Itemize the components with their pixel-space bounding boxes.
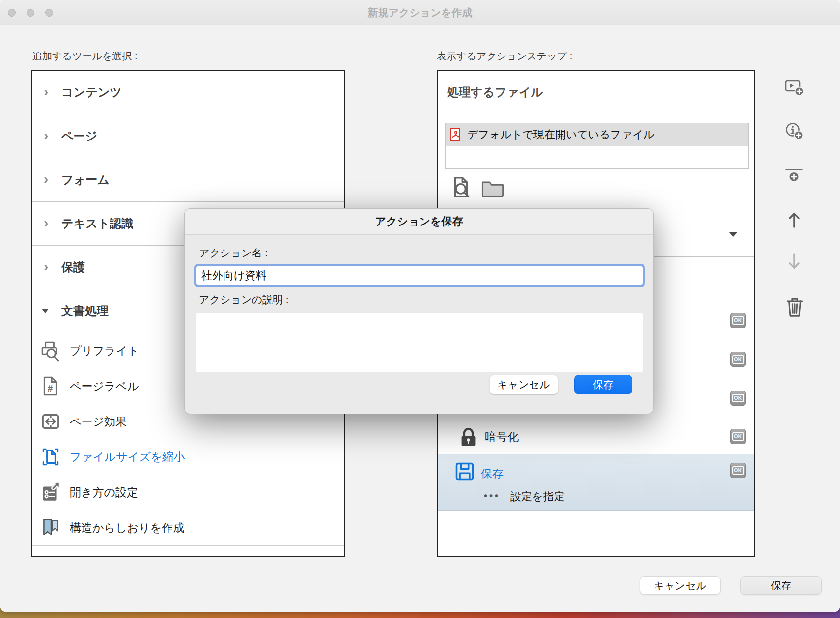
reduce-file-size-icon bbox=[39, 446, 62, 468]
lock-icon bbox=[457, 425, 480, 448]
chevron-right-icon: › bbox=[44, 260, 48, 274]
right-panel-label: 表示するアクションステップ : bbox=[437, 50, 572, 63]
chevron-down-icon[interactable] bbox=[729, 232, 738, 237]
step-label: 暗号化 bbox=[485, 429, 519, 445]
category-row-pages[interactable]: › ページ bbox=[32, 114, 344, 158]
dialog-title: アクションを保存 bbox=[375, 214, 463, 229]
ok-badge-label: OK bbox=[732, 466, 744, 475]
category-label: 文書処理 bbox=[61, 303, 109, 319]
category-label: 保護 bbox=[61, 259, 85, 275]
ok-dialog-badge[interactable]: OK bbox=[730, 463, 746, 478]
tool-label: 開き方の設定 bbox=[70, 485, 138, 500]
category-label: ページ bbox=[61, 128, 97, 144]
save-floppy-icon bbox=[454, 461, 476, 482]
steps-heading: 処理するファイル bbox=[447, 71, 742, 114]
tool-label: プリフライト bbox=[70, 343, 139, 359]
action-name-input[interactable] bbox=[196, 266, 643, 285]
insert-divider-icon[interactable] bbox=[784, 166, 804, 186]
category-row-content[interactable]: › コンテンツ bbox=[32, 71, 344, 114]
chevron-right-icon: › bbox=[44, 85, 48, 99]
ok-dialog-badge[interactable]: OK bbox=[730, 352, 746, 367]
dialog-save-button[interactable]: 保存 bbox=[574, 375, 632, 394]
preflight-icon bbox=[39, 339, 62, 362]
page-label-icon: # bbox=[39, 375, 62, 397]
category-label: テキスト認識 bbox=[61, 216, 133, 231]
preview-files-icon[interactable] bbox=[449, 175, 474, 200]
chevron-right-icon: › bbox=[44, 172, 48, 186]
tool-item-open-options[interactable]: 開き方の設定 bbox=[32, 475, 344, 510]
tool-label: 構造からしおりを作成 bbox=[70, 520, 184, 535]
move-up-icon[interactable] bbox=[784, 210, 804, 229]
dialog-header: アクションを保存 bbox=[185, 209, 653, 235]
step-row-save-selected[interactable]: 保存 OK ••• 設定を指定 bbox=[438, 454, 754, 511]
divider bbox=[438, 114, 754, 114]
window-title: 新規アクションを作成 bbox=[0, 0, 840, 25]
chevron-right-icon: › bbox=[44, 216, 48, 230]
window-titlebar: 新規アクションを作成 bbox=[0, 0, 840, 25]
bookmarks-from-structure-icon bbox=[39, 516, 62, 539]
open-options-icon bbox=[39, 481, 62, 504]
move-down-icon[interactable] bbox=[784, 252, 804, 272]
pdf-file-icon bbox=[450, 128, 460, 141]
ok-dialog-badge[interactable]: OK bbox=[730, 391, 746, 406]
ok-badge-label: OK bbox=[732, 394, 744, 402]
file-list-item-label: デフォルトで現在開いているファイル bbox=[467, 127, 654, 142]
page-transition-icon bbox=[39, 410, 62, 433]
svg-text:#: # bbox=[48, 384, 53, 394]
step-row-encrypt[interactable]: 暗号化 OK bbox=[438, 419, 754, 454]
tool-label: ページ効果 bbox=[70, 414, 127, 429]
ok-badge-label: OK bbox=[732, 432, 744, 441]
delete-step-icon trash-icon[interactable] bbox=[784, 296, 804, 316]
substep-label[interactable]: 設定を指定 bbox=[510, 489, 565, 504]
ok-badge-label: OK bbox=[732, 355, 744, 364]
left-panel-label: 追加するツールを選択 : bbox=[32, 50, 137, 63]
tool-item-bookmarks-from-structure[interactable]: 構造からしおりを作成 bbox=[32, 510, 344, 546]
triangle-down-icon bbox=[42, 309, 49, 313]
action-description-label: アクションの説明 : bbox=[199, 293, 289, 307]
ellipsis-icon: ••• bbox=[484, 490, 500, 502]
tool-label: ページラベル bbox=[70, 379, 139, 394]
files-to-process-list: デフォルトで現在開いているファイル bbox=[445, 123, 749, 169]
save-button[interactable]: 保存 bbox=[740, 576, 822, 595]
ok-dialog-badge[interactable]: OK bbox=[730, 429, 746, 444]
tool-item-reduce-file-size[interactable]: ファイルサイズを縮小 bbox=[32, 439, 344, 475]
file-list-item[interactable]: デフォルトで現在開いているファイル bbox=[446, 123, 748, 146]
add-instruction-icon[interactable] bbox=[784, 121, 804, 141]
add-step-icon[interactable] bbox=[784, 77, 804, 97]
dialog-cancel-button[interactable]: キャンセル bbox=[489, 375, 558, 394]
save-action-dialog: アクションを保存 アクション名 : アクションの説明 : キャンセル 保存 bbox=[184, 208, 654, 414]
category-row-forms[interactable]: › フォーム bbox=[32, 158, 344, 202]
action-description-input[interactable] bbox=[196, 313, 643, 372]
create-action-window: 新規アクションを作成 追加するツールを選択 : 表示するアクションステップ : … bbox=[0, 0, 840, 612]
category-label: コンテンツ bbox=[61, 84, 122, 100]
action-name-label: アクション名 : bbox=[199, 246, 268, 260]
category-label: フォーム bbox=[61, 172, 110, 188]
ok-dialog-badge[interactable]: OK bbox=[730, 313, 746, 328]
tool-label-selected: ファイルサイズを縮小 bbox=[70, 449, 185, 465]
folder-icon[interactable] bbox=[480, 178, 505, 203]
step-label-selected: 保存 bbox=[481, 466, 504, 481]
ok-badge-label: OK bbox=[732, 316, 744, 325]
chevron-right-icon: › bbox=[44, 129, 48, 142]
cancel-button[interactable]: キャンセル bbox=[640, 576, 721, 595]
